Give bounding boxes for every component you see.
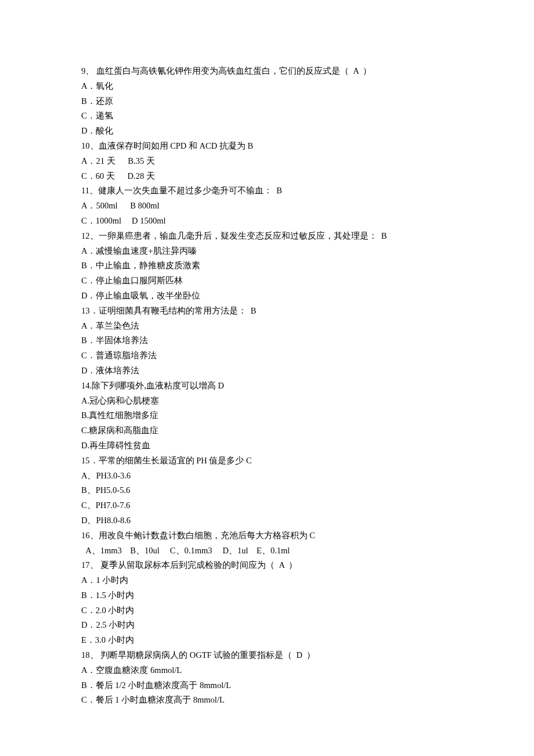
text-line: D．液体培养法 xyxy=(81,363,453,379)
text-line: E．3.0 小时内 xyxy=(81,633,453,648)
text-line: 11、健康人一次失血量不超过多少毫升可不输血： B xyxy=(81,183,453,199)
text-line: A．500ml B 800ml xyxy=(81,199,453,214)
text-line: D、PH8.0-8.6 xyxy=(81,513,453,528)
text-line: C．餐后 1 小时血糖浓度高于 8mmol/L xyxy=(81,693,453,708)
text-line: A．21 天 B.35 天 xyxy=(81,154,453,169)
text-line: 10、血液保存时间如用 CPD 和 ACD 抗凝为 B xyxy=(81,139,453,154)
text-line: B．还原 xyxy=(81,94,453,109)
text-line: A．空腹血糖浓度 6mmol/L xyxy=(81,663,453,678)
text-line: D．停止输血吸氧，改半坐卧位 xyxy=(81,289,453,304)
text-line: 12、一卵巢癌患者，输血几毫升后，疑发生变态反应和过敏反应，其处理是： B xyxy=(81,229,453,244)
text-line: 13．证明细菌具有鞭毛结构的常用方法是： B xyxy=(81,304,453,319)
text-line: A．1 小时内 xyxy=(81,573,453,588)
text-line: A．革兰染色法 xyxy=(81,319,453,334)
text-line: D．2.5 小时内 xyxy=(81,618,453,633)
text-line: A.冠心病和心肌梗塞 xyxy=(81,394,453,409)
text-line: 9、 血红蛋白与高铁氰化钾作用变为高铁血红蛋白，它们的反应式是（ A ） xyxy=(81,64,453,79)
text-line: B．半固体培养法 xyxy=(81,333,453,348)
text-line: D．酸化 xyxy=(81,124,453,139)
text-line: C．60 天 D.28 天 xyxy=(81,169,453,184)
text-line: B．1.5 小时内 xyxy=(81,588,453,603)
text-line: B．餐后 1/2 小时血糖浓度高于 8mmol/L xyxy=(81,678,453,693)
text-line: 14.除下列哪项外,血液粘度可以增高 D xyxy=(81,379,453,394)
text-line: A、1mm3 B、10ul C、0.1mm3 D、1ul E、0.1ml xyxy=(81,543,453,559)
text-line: C．停止输血口服阿斯匹林 xyxy=(81,273,453,289)
text-line: C、PH7.0-7.6 xyxy=(81,498,453,513)
text-line: A、PH3.0-3.6 xyxy=(81,469,453,484)
text-line: A．减慢输血速度+肌注异丙嗪 xyxy=(81,244,453,259)
text-line: 17、 夏季从留取尿标本后到完成检验的时间应为（ A ） xyxy=(81,558,453,573)
text-line: A．氧化 xyxy=(81,79,453,94)
text-line: 16、用改良牛鲍计数盘计数白细胞，充池后每大方格容积为 C xyxy=(81,528,453,543)
text-line: C．2.0 小时内 xyxy=(81,603,453,618)
text-line: C．普通琼脂培养法 xyxy=(81,348,453,363)
text-line: B.真性红细胞增多症 xyxy=(81,408,453,423)
text-line: 15．平常的细菌生长最适宜的 PH 值是多少 C xyxy=(81,453,453,469)
text-line: B、PH5.0-5.6 xyxy=(81,483,453,498)
text-line: 18、 判断早期糖尿病病人的 OGTF 试验的重要指标是（ D ） xyxy=(81,648,453,663)
text-line: C．1000ml D 1500ml xyxy=(81,214,453,229)
text-line: C．递氢 xyxy=(81,109,453,124)
text-line: C.糖尿病和高脂血症 xyxy=(81,423,453,438)
document-page: 9、 血红蛋白与高铁氰化钾作用变为高铁血红蛋白，它们的反应式是（ A ） A．氧… xyxy=(0,0,534,756)
text-line: D.再生障碍性贫血 xyxy=(81,438,453,453)
text-line: B．中止输血，静推糖皮质激素 xyxy=(81,258,453,273)
